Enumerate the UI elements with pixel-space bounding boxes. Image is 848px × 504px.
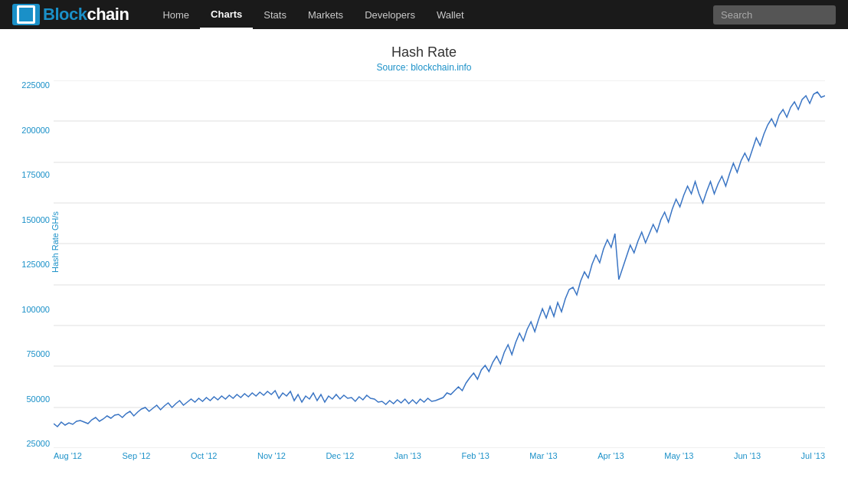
main-nav: Home Charts Stats Markets Developers Wal…: [152, 0, 713, 29]
nav-wallet[interactable]: Wallet: [426, 0, 475, 29]
x-label-may13: May '13: [664, 451, 693, 468]
nav-markets[interactable]: Markets: [297, 0, 354, 29]
x-label-oct12: Oct '12: [191, 451, 218, 468]
chart-wrapper: Hash Rate GH/s 225000 200000 175000 1500…: [54, 80, 825, 486]
x-label-jul13: Jul '13: [801, 451, 825, 468]
logo-icon: [12, 4, 40, 25]
logo-text: Blockchain: [43, 5, 129, 25]
x-labels: Aug '12 Sep '12 Oct '12 Nov '12 Dec '12 …: [54, 448, 825, 471]
chart-title: Hash Rate: [8, 44, 840, 61]
y-label-200000: 200000: [11, 126, 50, 135]
y-label-100000: 100000: [11, 305, 50, 314]
y-axis-label: Hash Rate GH/s: [51, 196, 60, 288]
x-label-nov12: Nov '12: [257, 451, 286, 468]
logo-blue: Block: [43, 5, 87, 24]
header: Blockchain Home Charts Stats Markets Dev…: [0, 0, 848, 29]
logo: Blockchain: [12, 4, 129, 25]
y-label-25000: 25000: [11, 439, 50, 448]
x-label-jun13: Jun '13: [734, 451, 761, 468]
y-label-225000: 225000: [11, 80, 50, 90]
x-label-mar13: Mar '13: [529, 451, 557, 468]
y-labels: 225000 200000 175000 150000 125000 10000…: [11, 80, 50, 448]
x-label-apr13: Apr '13: [598, 451, 624, 468]
chart-subtitle: Source: blockchain.info: [8, 62, 840, 73]
y-label-150000: 150000: [11, 215, 50, 224]
nav-charts[interactable]: Charts: [200, 0, 253, 29]
y-label-125000: 125000: [11, 260, 50, 269]
chart-container: Hash Rate Source: blockchain.info Hash R…: [0, 29, 848, 504]
search-input[interactable]: [713, 5, 836, 25]
y-label-175000: 175000: [11, 170, 50, 179]
y-label-75000: 75000: [11, 349, 50, 358]
x-label-aug12: Aug '12: [54, 451, 82, 468]
x-label-sep12: Sep '12: [122, 451, 150, 468]
nav-developers[interactable]: Developers: [354, 0, 426, 29]
nav-stats[interactable]: Stats: [253, 0, 297, 29]
nav-home[interactable]: Home: [152, 0, 200, 29]
chart-svg: [54, 80, 825, 448]
search-area: [713, 5, 836, 25]
x-label-dec12: Dec '12: [326, 451, 354, 468]
y-label-50000: 50000: [11, 394, 50, 404]
x-label-jan13: Jan '13: [395, 451, 421, 468]
x-label-feb13: Feb '13: [462, 451, 489, 468]
